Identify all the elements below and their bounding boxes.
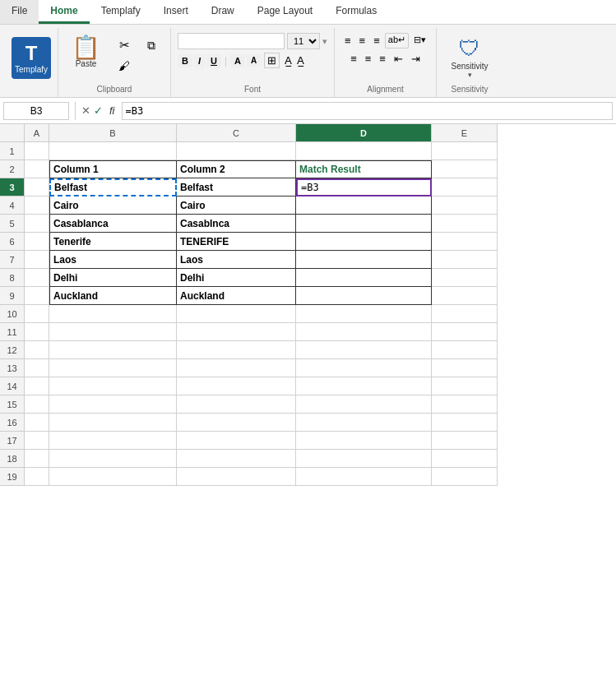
cell-a4[interactable] — [25, 196, 49, 215]
tab-templafy[interactable]: Templafy — [90, 0, 152, 24]
cell-c16[interactable] — [177, 414, 296, 432]
cell-a5[interactable] — [25, 215, 49, 233]
underline-button[interactable]: U — [206, 54, 221, 67]
templafy-button[interactable]: T Templafy — [12, 37, 51, 79]
row-num-1[interactable]: 1 — [0, 142, 25, 160]
cell-b18[interactable] — [49, 450, 177, 468]
cell-e8[interactable] — [432, 269, 498, 287]
row-num-4[interactable]: 4 — [0, 196, 25, 215]
cell-e10[interactable] — [432, 305, 498, 323]
row-num-11[interactable]: 11 — [0, 323, 25, 341]
cell-c12[interactable] — [177, 341, 296, 359]
cell-a2[interactable] — [25, 160, 49, 178]
cell-b19[interactable] — [49, 468, 177, 486]
cell-d9[interactable] — [296, 287, 432, 305]
cell-e12[interactable] — [432, 341, 498, 359]
cell-c1[interactable] — [177, 142, 296, 160]
tab-draw[interactable]: Draw — [200, 0, 246, 24]
cell-d14[interactable] — [296, 377, 432, 395]
align-top-right-button[interactable]: ≡ — [370, 33, 383, 49]
formula-input[interactable] — [122, 102, 614, 120]
copy-button[interactable]: ⧉ — [139, 36, 164, 54]
cell-a9[interactable] — [25, 287, 49, 305]
cell-d15[interactable] — [296, 395, 432, 414]
cell-e15[interactable] — [432, 395, 498, 414]
cell-c13[interactable] — [177, 359, 296, 377]
cell-c4[interactable]: Cairo — [177, 196, 296, 215]
tab-page-layout[interactable]: Page Layout — [246, 0, 324, 24]
tab-home[interactable]: Home — [39, 0, 89, 24]
font-size-select[interactable]: 11 — [287, 33, 320, 49]
increase-font-button[interactable]: A — [230, 54, 245, 67]
cell-a3[interactable] — [25, 178, 49, 196]
col-header-d[interactable]: D — [296, 124, 432, 142]
cell-e14[interactable] — [432, 377, 498, 395]
italic-button[interactable]: I — [194, 54, 205, 67]
cell-b11[interactable] — [49, 323, 177, 341]
cell-d17[interactable] — [296, 432, 432, 450]
cell-e3[interactable] — [432, 178, 498, 196]
row-num-16[interactable]: 16 — [0, 414, 25, 432]
col-header-a[interactable]: A — [25, 124, 49, 142]
col-header-e[interactable]: E — [432, 124, 498, 142]
cell-d8[interactable] — [296, 269, 432, 287]
align-top-center-button[interactable]: ≡ — [356, 33, 369, 49]
cell-d6[interactable] — [296, 233, 432, 251]
decrease-font-button[interactable]: A — [247, 54, 261, 67]
cell-c8[interactable]: Delhi — [177, 269, 296, 287]
bold-button[interactable]: B — [178, 54, 192, 67]
row-num-12[interactable]: 12 — [0, 341, 25, 359]
row-num-2[interactable]: 2 — [0, 160, 25, 178]
name-box[interactable] — [3, 102, 69, 120]
row-num-13[interactable]: 13 — [0, 359, 25, 377]
cell-b17[interactable] — [49, 432, 177, 450]
align-right-button[interactable]: ≡ — [376, 51, 389, 67]
cancel-formula-icon[interactable]: ✕ — [81, 104, 90, 117]
cell-c15[interactable] — [177, 395, 296, 414]
row-num-18[interactable]: 18 — [0, 450, 25, 468]
cell-b15[interactable] — [49, 395, 177, 414]
cell-d19[interactable] — [296, 468, 432, 486]
cell-b2[interactable]: Column 1 — [49, 160, 177, 178]
cell-d10[interactable] — [296, 305, 432, 323]
sensitivity-expand-icon[interactable]: ▾ — [468, 71, 472, 79]
cell-e4[interactable] — [432, 196, 498, 215]
row-num-9[interactable]: 9 — [0, 287, 25, 305]
borders-button[interactable]: ⊞ — [264, 53, 280, 68]
cell-e18[interactable] — [432, 450, 498, 468]
cell-d5[interactable] — [296, 215, 432, 233]
paste-button[interactable]: 📋 Paste — [65, 33, 107, 72]
cell-c5[interactable]: CasabInca — [177, 215, 296, 233]
cell-e2[interactable] — [432, 160, 498, 178]
font-name-input[interactable] — [178, 33, 285, 49]
cell-b1[interactable] — [49, 142, 177, 160]
cell-d12[interactable] — [296, 341, 432, 359]
row-num-7[interactable]: 7 — [0, 251, 25, 269]
cell-e9[interactable] — [432, 287, 498, 305]
wrap-text-button[interactable]: ab↵ — [385, 33, 409, 49]
cell-a6[interactable] — [25, 233, 49, 251]
cell-d4[interactable] — [296, 196, 432, 215]
cell-c7[interactable]: Laos — [177, 251, 296, 269]
row-num-8[interactable]: 8 — [0, 269, 25, 287]
cell-c17[interactable] — [177, 432, 296, 450]
cell-a18[interactable] — [25, 450, 49, 468]
tab-insert[interactable]: Insert — [152, 0, 200, 24]
cell-b10[interactable] — [49, 305, 177, 323]
indent-decrease-button[interactable]: ⇤ — [391, 51, 406, 67]
cell-e1[interactable] — [432, 142, 498, 160]
cell-a16[interactable] — [25, 414, 49, 432]
cell-e19[interactable] — [432, 468, 498, 486]
cell-c9[interactable]: Auckland — [177, 287, 296, 305]
cell-d18[interactable] — [296, 450, 432, 468]
align-center-button[interactable]: ≡ — [362, 51, 375, 67]
align-left-button[interactable]: ≡ — [347, 51, 360, 67]
cell-e11[interactable] — [432, 323, 498, 341]
format-painter-button[interactable]: 🖌 — [112, 58, 137, 74]
cell-c3[interactable]: Belfast — [177, 178, 296, 196]
cell-d1[interactable] — [296, 142, 432, 160]
cell-b3[interactable]: Belfast — [49, 178, 177, 196]
cell-a1[interactable] — [25, 142, 49, 160]
cell-a11[interactable] — [25, 323, 49, 341]
cell-a13[interactable] — [25, 359, 49, 377]
